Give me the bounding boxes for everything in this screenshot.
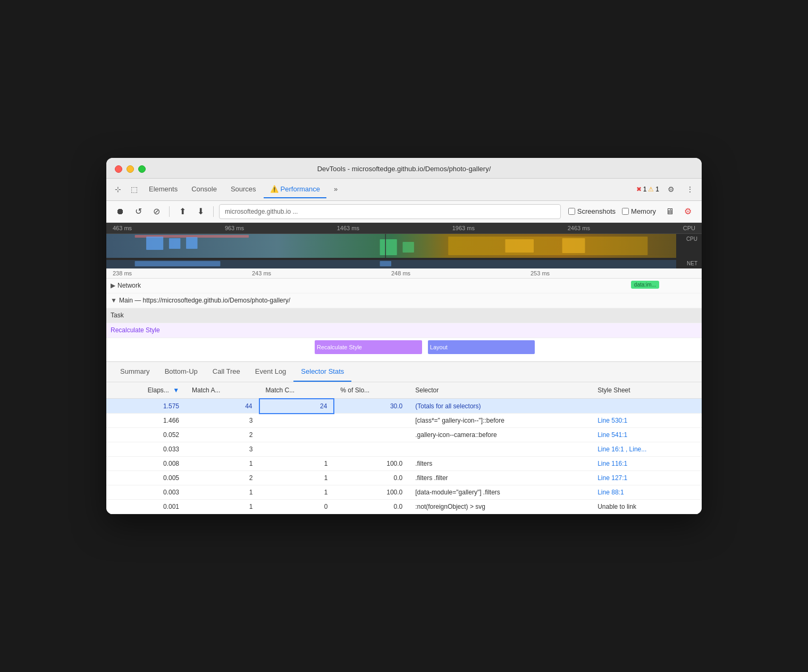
flame-chart: ▶ Network data:im... ▼ Main — https://mi… [106, 279, 702, 362]
stylesheet-link[interactable]: Line 530:1 [597, 417, 627, 424]
maximize-button[interactable] [138, 165, 146, 173]
network-label: Network [117, 282, 141, 289]
ruler-mark-4: 2463 ms [568, 225, 590, 231]
svg-rect-4 [186, 237, 197, 249]
net-graph [106, 260, 676, 268]
tab-elements[interactable]: Elements [142, 181, 184, 198]
traffic-lights [115, 165, 146, 173]
svg-rect-12 [380, 261, 391, 266]
error-icon: ✖ [636, 186, 642, 193]
upload-button[interactable]: ⬆ [175, 204, 190, 219]
tab-console[interactable]: Console [185, 181, 223, 198]
svg-rect-5 [380, 239, 397, 255]
warning-icon: ⚠ [648, 186, 654, 193]
tab-sources[interactable]: Sources [224, 181, 263, 198]
stylesheet-link[interactable]: Line 88:1 [597, 489, 624, 496]
tab-bottom-up[interactable]: Bottom-Up [157, 362, 205, 382]
stylesheet-link[interactable]: Line 541:1 [597, 431, 627, 439]
col-selector[interactable]: Selector [409, 382, 591, 399]
time-mark-1: 243 ms [252, 270, 271, 276]
ruler-mark-2: 1463 ms [337, 225, 359, 231]
url-bar: microsoftedge.github.io ... [219, 204, 561, 219]
stop-button[interactable]: ⊘ [149, 204, 164, 219]
tab-bar: ⊹ ⬚ Elements Console Sources ⚠️Performan… [106, 179, 702, 201]
network-row: ▶ Network data:im... [106, 279, 702, 293]
flame-visual: Recalculate Style Layout [106, 338, 702, 362]
stylesheet-link[interactable]: Line 127:1 [597, 474, 627, 482]
stylesheet-link[interactable]: Line 16:1 , Line... [597, 446, 646, 453]
reload-button[interactable]: ↺ [131, 204, 146, 219]
time-mark-3: 253 ms [531, 270, 550, 276]
table-row[interactable]: 0.033 3 Line 16:1 , Line... [106, 442, 702, 457]
table-row[interactable]: 0.052 2 .gallery-icon--camera::before Li… [106, 428, 702, 442]
expand-icon[interactable]: ▶ [111, 282, 115, 289]
memory-checkbox[interactable]: Memory [622, 207, 656, 215]
col-match-c[interactable]: Match C... [259, 382, 334, 399]
screenshot-button[interactable]: 🖥 [662, 204, 677, 219]
tab-call-tree[interactable]: Call Tree [205, 362, 248, 382]
table-row[interactable]: 0.008 1 1 100.0 .filters Line 116:1 [106, 457, 702, 471]
title-bar: DevTools - microsoftedge.github.io/Demos… [106, 158, 702, 179]
close-button[interactable] [115, 165, 122, 173]
svg-rect-6 [402, 242, 414, 253]
table-row[interactable]: 1.466 3 [class*=" gallery-icon--"]::befo… [106, 414, 702, 428]
layout-bar[interactable]: Layout [428, 340, 535, 354]
svg-rect-8 [505, 239, 534, 253]
svg-rect-2 [146, 237, 163, 250]
devtools-window: DevTools - microsoftedge.github.io/Demos… [106, 158, 702, 515]
table-row[interactable]: 1.575 44 24 30.0 (Totals for all selecto… [106, 399, 702, 414]
tab-more[interactable]: » [327, 181, 344, 198]
cpu-graph [106, 234, 676, 258]
download-button[interactable]: ⬇ [193, 204, 208, 219]
minimize-button[interactable] [127, 165, 134, 173]
cpu-label-right: CPU [686, 236, 697, 242]
data-table: Elaps... ▼ Match A... Match C... % of Sl… [106, 382, 702, 515]
error-badge: ✖ 1 ⚠ 1 [636, 186, 659, 193]
recalc-style-row: Recalculate Style [106, 323, 702, 338]
cell-match-c: 24 [259, 399, 334, 414]
table-row[interactable]: 0.001 1 0 0.0 :not(foreignObject) > svg … [106, 500, 702, 514]
toolbar: ⏺ ↺ ⊘ ⬆ ⬇ microsoftedge.github.io ... Sc… [106, 201, 702, 223]
table-row[interactable]: 0.003 1 1 100.0 [data-module="gallery"] … [106, 485, 702, 500]
main-row: ▼ Main — https://microsoftedge.github.io… [106, 293, 702, 308]
col-stylesheet[interactable]: Style Sheet [591, 382, 702, 399]
svg-rect-3 [169, 238, 180, 249]
recalc-label: Recalculate Style [111, 326, 160, 334]
col-match-a[interactable]: Match A... [186, 382, 259, 399]
collapse-icon[interactable]: ▼ [111, 297, 117, 304]
col-elapsed[interactable]: Elaps... ▼ [106, 382, 186, 399]
tab-selector-stats[interactable]: Selector Stats [293, 362, 351, 382]
settings-gear-button[interactable]: ⚙ [680, 204, 695, 219]
unable-to-link: Unable to link [591, 500, 702, 514]
table-row[interactable]: 0.005 2 1 0.0 .filters .filter Line 127:… [106, 471, 702, 485]
time-mark-0: 238 ms [113, 270, 132, 276]
more-icon[interactable]: ⋮ [683, 182, 697, 197]
cell-stylesheet [591, 399, 702, 414]
window-title: DevTools - microsoftedge.github.io/Demos… [317, 165, 491, 173]
time-ruler-bottom: 238 ms 243 ms 248 ms 253 ms [106, 268, 702, 279]
recalc-bar[interactable]: Recalculate Style [315, 340, 422, 354]
tab-event-log[interactable]: Event Log [248, 362, 294, 382]
record-button[interactable]: ⏺ [113, 204, 128, 219]
screenshots-checkbox[interactable]: Screenshots [568, 207, 616, 215]
svg-rect-11 [135, 261, 221, 266]
timeline-ruler-top: 463 ms 963 ms 1463 ms 1963 ms 2463 ms CP… [106, 223, 702, 234]
cell-selector: (Totals for all selectors) [409, 399, 591, 414]
stylesheet-link[interactable]: Line 116:1 [597, 460, 627, 467]
inspect-icon[interactable]: ⊹ [111, 182, 125, 197]
sort-icon: ▼ [173, 387, 179, 394]
cell-elapsed: 1.575 [106, 399, 186, 414]
network-badge: data:im... [631, 281, 659, 289]
tab-summary[interactable]: Summary [113, 362, 157, 382]
cell-pct-slow: 30.0 [334, 399, 409, 414]
error-count: 1 [643, 186, 647, 193]
device-icon[interactable]: ⬚ [127, 182, 141, 197]
main-label: Main — https://microsoftedge.github.io/D… [119, 297, 290, 304]
tab-performance[interactable]: ⚠️Performance [264, 181, 326, 198]
settings-icon[interactable]: ⚙ [663, 182, 678, 197]
tab-bar-right: ✖ 1 ⚠ 1 ⚙ ⋮ [636, 182, 697, 197]
task-label: Task [111, 312, 124, 319]
col-pct-slow[interactable]: % of Slo... [334, 382, 409, 399]
data-table-container: Elaps... ▼ Match A... Match C... % of Sl… [106, 382, 702, 515]
timeline-graph[interactable]: CPU NET [106, 234, 702, 268]
